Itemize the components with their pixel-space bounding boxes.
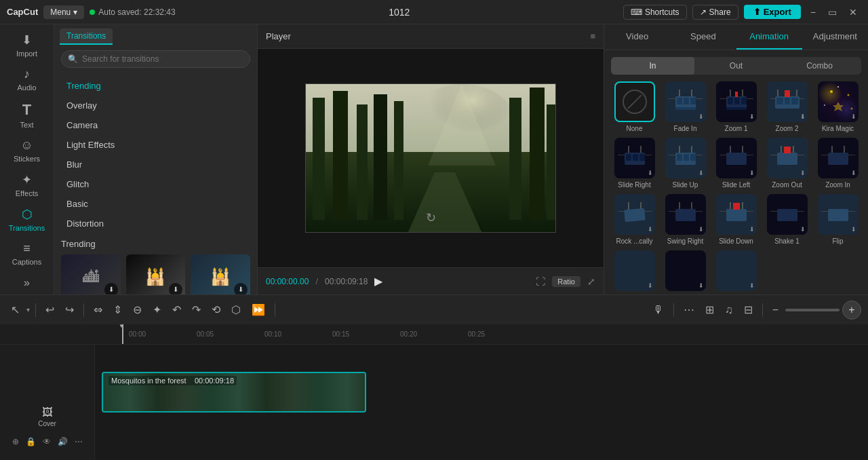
download-icon[interactable]: ⬇: [169, 283, 182, 294]
track-add-button[interactable]: ⊕: [11, 436, 20, 448]
download-icon[interactable]: ⬇: [749, 113, 755, 120]
toolbar-item-import[interactable]: ⬇ Import: [3, 28, 52, 62]
export-button[interactable]: ⬆ Export: [744, 5, 801, 19]
animation-none[interactable]: None: [611, 81, 658, 134]
tab-video[interactable]: Video: [604, 24, 670, 50]
search-input[interactable]: [61, 50, 250, 68]
toolbar-expand-button[interactable]: »: [18, 271, 35, 294]
animation-zoom-out[interactable]: ⬇ Zoom Out: [764, 138, 810, 190]
undo-button[interactable]: ↩: [41, 301, 58, 319]
animation-rock-cally[interactable]: ⬇ Rock ...cally: [611, 194, 658, 246]
add-media-button[interactable]: +: [842, 301, 861, 320]
menu-button[interactable]: Menu ▾: [43, 5, 84, 19]
download-icon[interactable]: ⬇: [698, 226, 704, 233]
animation-row4-3[interactable]: ⬇: [713, 250, 760, 294]
animation-zoom-in[interactable]: ⬇ Zoom In: [814, 138, 861, 190]
download-icon[interactable]: ⬇: [698, 113, 704, 120]
panel-tab-transitions[interactable]: Transitions: [60, 28, 113, 45]
transform-button[interactable]: ✦: [149, 301, 165, 319]
download-icon[interactable]: ⬇: [648, 282, 653, 289]
download-icon[interactable]: ⬇: [648, 226, 653, 233]
download-icon[interactable]: ⬇: [698, 170, 704, 176]
anim-tab-out[interactable]: Out: [694, 57, 778, 75]
animation-slide-right[interactable]: ⬇ Slide Right: [611, 138, 658, 190]
sidebar-item-blur[interactable]: Blur: [60, 155, 252, 174]
close-button[interactable]: ✕: [845, 5, 861, 19]
animation-fade-in[interactable]: ⬇ Fade In: [662, 81, 709, 134]
track-visibility-button[interactable]: 👁: [41, 436, 52, 448]
toolbar-item-stickers[interactable]: ☺ Stickers: [3, 134, 52, 167]
download-icon[interactable]: ⬇: [851, 113, 856, 120]
mirror-h-button[interactable]: ↶: [168, 301, 185, 319]
select-dropdown[interactable]: ▾: [26, 306, 30, 313]
download-icon[interactable]: ⬇: [648, 170, 653, 176]
animation-slide-up[interactable]: ⬇ Slide Up: [662, 138, 709, 190]
transition-mix[interactable]: 🕌 ⬇ Mix: [191, 254, 250, 294]
sidebar-item-overlay[interactable]: Overlay: [60, 96, 252, 115]
animation-zoom-1[interactable]: ⬇ Zoom 1: [713, 81, 760, 134]
video-track[interactable]: Mosquitos in the forest 00:00:09:18: [102, 372, 366, 413]
expand-player-icon[interactable]: ⤢: [587, 276, 595, 287]
toolbar-item-audio[interactable]: ♪ Audio: [3, 63, 52, 96]
download-icon[interactable]: ⬇: [800, 113, 806, 120]
animation-swing-right[interactable]: ⬇ Swing Right: [662, 194, 709, 246]
mirror-v-button[interactable]: ↷: [188, 301, 205, 319]
toolbar-item-transitions[interactable]: ⬡ Transitions: [3, 203, 52, 236]
download-icon[interactable]: ⬇: [800, 226, 806, 233]
zoom-slider[interactable]: [785, 309, 840, 311]
toolbar-item-effects[interactable]: ✦ Effects: [3, 168, 52, 202]
track-audio-button[interactable]: 🔊: [56, 436, 69, 448]
play-button[interactable]: ▶: [374, 275, 382, 288]
tab-adjustment[interactable]: Adjustment: [802, 24, 868, 50]
animation-row4-2[interactable]: ⬇: [662, 250, 709, 294]
crop-button[interactable]: ⇕: [109, 301, 126, 319]
minimize-button[interactable]: −: [806, 5, 820, 19]
tab-animation[interactable]: Animation: [736, 24, 802, 50]
link-tracks-button[interactable]: ⋯: [679, 301, 698, 319]
sidebar-item-light-effects[interactable]: Light Effects: [60, 135, 252, 155]
track-lock-button[interactable]: 🔒: [24, 436, 37, 448]
split-button[interactable]: ⇔: [90, 301, 106, 319]
download-icon[interactable]: ⬇: [698, 282, 704, 289]
sidebar-item-basic[interactable]: Basic: [60, 194, 252, 214]
toolbar-item-text[interactable]: T Text: [3, 97, 52, 133]
transition-black-fade[interactable]: 🕌 ⬇ Black Fade: [126, 254, 186, 294]
anim-tab-in[interactable]: In: [611, 57, 694, 75]
download-icon[interactable]: ⬇: [851, 226, 856, 233]
fullscreen-icon[interactable]: ⛶: [536, 276, 545, 287]
cover-button[interactable]: 🖼 Cover: [38, 406, 56, 427]
download-icon[interactable]: ⬇: [800, 170, 806, 176]
mic-button[interactable]: 🎙: [649, 301, 668, 319]
anim-tab-combo[interactable]: Combo: [778, 57, 861, 75]
download-icon[interactable]: ⬇: [749, 282, 755, 289]
redo-button[interactable]: ↪: [61, 301, 78, 319]
animation-kira-magic[interactable]: ⬇ Kira Magic: [814, 81, 861, 134]
shortcuts-button[interactable]: ⌨ Shortcuts: [623, 5, 687, 20]
player-menu-icon[interactable]: ≡: [590, 31, 595, 41]
download-icon[interactable]: ⬇: [749, 226, 755, 233]
animation-flip[interactable]: ⬇ Flip: [814, 194, 861, 246]
download-icon[interactable]: ⬇: [749, 170, 755, 176]
split-audio-button[interactable]: ⊟: [740, 301, 757, 319]
zoom-out-button[interactable]: −: [768, 301, 783, 319]
sidebar-item-glitch[interactable]: Glitch: [60, 174, 252, 194]
audio-sync-button[interactable]: ♫: [721, 301, 737, 319]
download-icon[interactable]: ⬇: [104, 283, 118, 294]
download-icon[interactable]: ⬇: [851, 170, 856, 176]
download-icon[interactable]: ⬇: [234, 283, 248, 294]
animation-shake-1[interactable]: ⬇ Shake 1: [764, 194, 810, 246]
rotate-button[interactable]: ⟲: [208, 301, 224, 319]
animation-zoom-2[interactable]: ⬇ ⬇ Zoom 2: [764, 81, 810, 134]
animation-slide-down[interactable]: ⬇ Slide Down: [713, 194, 760, 246]
animation-slide-left[interactable]: ⬇ Slide Left: [713, 138, 760, 190]
animation-row4-1[interactable]: ⬇: [611, 250, 658, 294]
rotate-view-icon[interactable]: ↻: [426, 210, 436, 225]
ratio-button[interactable]: Ratio: [552, 276, 580, 287]
mask-button[interactable]: ⬡: [227, 301, 245, 319]
tab-speed[interactable]: Speed: [670, 24, 736, 50]
transition-pull-in[interactable]: 🏙 ⬇ Pull in: [61, 254, 121, 294]
snap-button[interactable]: ⊞: [701, 301, 718, 319]
sidebar-item-trending[interactable]: Trending: [60, 76, 252, 96]
track-more-button[interactable]: ⋯: [73, 436, 84, 448]
sidebar-item-camera[interactable]: Camera: [60, 115, 252, 135]
